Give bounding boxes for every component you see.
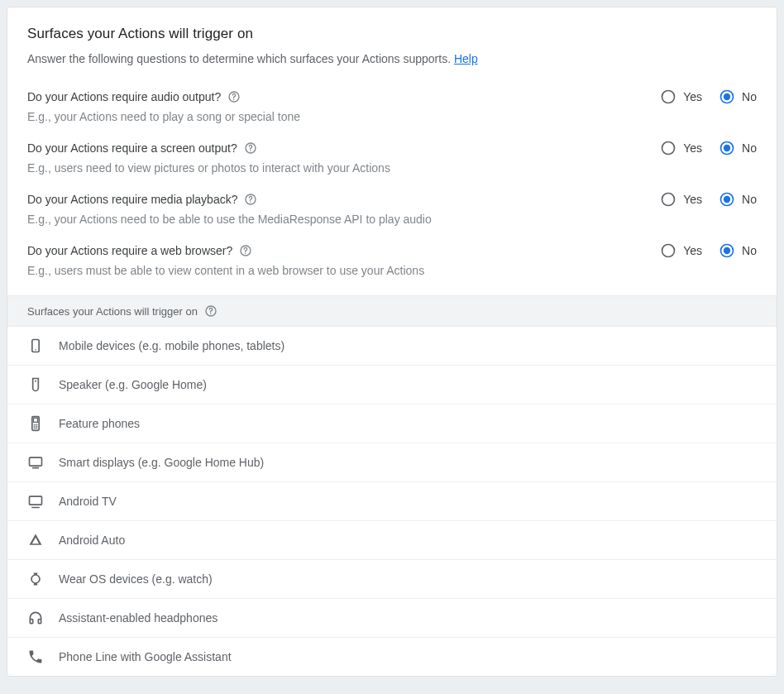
auto-icon (27, 532, 44, 548)
question-row: Do your Actions require a web browser?E.… (27, 227, 757, 279)
no-option[interactable]: No (719, 191, 757, 208)
yes-option[interactable]: Yes (660, 89, 702, 105)
surface-row: Android Auto (7, 521, 777, 560)
help-icon[interactable] (227, 90, 241, 103)
watch-icon (27, 571, 44, 587)
help-link[interactable]: Help (454, 52, 478, 65)
surface-row: Phone Line with Google Assistant (7, 638, 777, 676)
yes-option[interactable]: Yes (660, 140, 702, 156)
surface-row: Smart displays (e.g. Google Home Hub) (7, 443, 777, 482)
surface-label: Phone Line with Google Assistant (59, 650, 232, 663)
surfaces-card: Surfaces your Actions will trigger on An… (7, 7, 777, 677)
radio-unselected-icon[interactable] (660, 242, 676, 259)
surface-label: Android TV (59, 495, 117, 508)
surface-row: Speaker (e.g. Google Home) (7, 366, 777, 404)
question-row: Do your Actions require a screen output?… (27, 125, 757, 176)
surface-row: Android TV (7, 482, 777, 521)
surface-label: Feature phones (59, 417, 140, 430)
radio-selected-icon[interactable] (719, 89, 735, 105)
choice-label: No (742, 90, 757, 103)
radio-selected-icon[interactable] (719, 191, 735, 208)
radio-unselected-icon[interactable] (660, 191, 676, 208)
question-hint: E.g., users need to view pictures or pho… (27, 160, 660, 176)
surface-label: Smart displays (e.g. Google Home Hub) (59, 456, 264, 469)
choice-label: Yes (683, 244, 702, 257)
tv-icon (27, 493, 44, 510)
question-hint: E.g., your Actions need to be able to us… (27, 211, 660, 227)
no-option[interactable]: No (719, 89, 757, 105)
surface-row: Assistant-enabled headphones (7, 599, 777, 638)
surface-row: Wear OS devices (e.g. watch) (7, 560, 777, 599)
choice-label: No (742, 193, 757, 206)
help-icon[interactable] (244, 193, 257, 206)
help-icon[interactable] (204, 304, 218, 318)
question-hint: E.g., users must be able to view content… (27, 262, 660, 279)
question-label: Do your Actions require a screen output? (27, 140, 660, 156)
choice-label: Yes (683, 193, 702, 206)
yes-option[interactable]: Yes (660, 242, 702, 259)
help-icon[interactable] (244, 141, 257, 155)
feature-icon (27, 415, 44, 432)
surface-label: Assistant-enabled headphones (59, 611, 218, 625)
mobile-icon (27, 337, 44, 354)
choice-label: Yes (683, 141, 702, 155)
radio-unselected-icon[interactable] (660, 89, 676, 105)
choice-label: No (742, 141, 757, 155)
surfaces-list-title: Surfaces your Actions will trigger on (27, 305, 198, 318)
surface-label: Android Auto (59, 534, 125, 547)
surfaces-list-header: Surfaces your Actions will trigger on (7, 295, 777, 327)
headphones-icon (27, 610, 44, 626)
question-label: Do your Actions require audio output? (27, 89, 660, 105)
question-hint: E.g., your Actions need to play a song o… (27, 108, 660, 125)
no-option[interactable]: No (719, 140, 757, 156)
surface-row: Mobile devices (e.g. mobile phones, tabl… (7, 327, 777, 366)
help-icon[interactable] (239, 244, 252, 257)
phone-icon (27, 649, 44, 665)
surfaces-list: Mobile devices (e.g. mobile phones, tabl… (7, 327, 777, 676)
speaker-icon (27, 376, 44, 393)
choice-label: Yes (683, 90, 702, 103)
questions-section: Do your Actions require audio output?E.g… (7, 70, 777, 295)
surface-label: Speaker (e.g. Google Home) (59, 378, 207, 391)
question-row: Do your Actions require audio output?E.g… (27, 74, 757, 125)
radio-selected-icon[interactable] (719, 242, 735, 259)
page-title: Surfaces your Actions will trigger on (27, 26, 757, 42)
yes-option[interactable]: Yes (660, 191, 702, 208)
radio-selected-icon[interactable] (719, 140, 735, 156)
surface-label: Mobile devices (e.g. mobile phones, tabl… (59, 339, 284, 352)
surface-row: Feature phones (7, 404, 777, 443)
question-label: Do your Actions require media playback? (27, 191, 660, 208)
card-header: Surfaces your Actions will trigger on An… (7, 7, 777, 70)
page-subtitle: Answer the following questions to determ… (27, 50, 757, 67)
surface-label: Wear OS devices (e.g. watch) (59, 572, 213, 586)
choice-label: No (742, 244, 757, 257)
radio-unselected-icon[interactable] (660, 140, 676, 156)
no-option[interactable]: No (719, 242, 757, 259)
display-icon (27, 454, 44, 471)
question-row: Do your Actions require media playback?E… (27, 176, 757, 227)
question-label: Do your Actions require a web browser? (27, 242, 660, 259)
